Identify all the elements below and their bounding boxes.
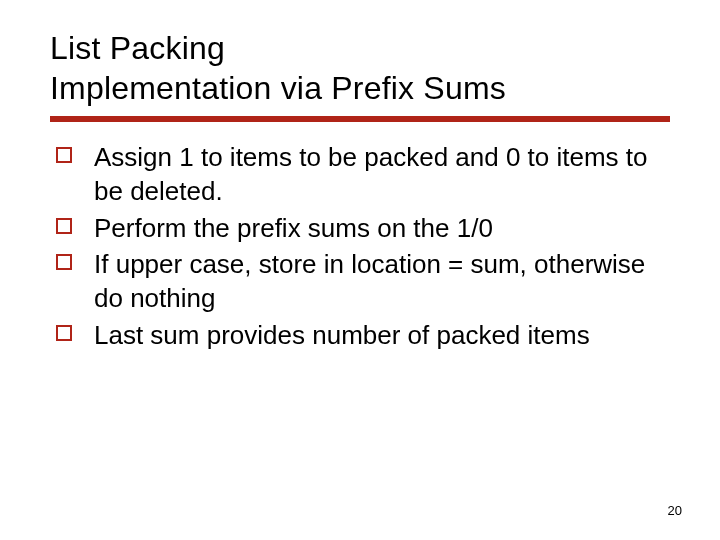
page-number: 20 (668, 503, 682, 518)
square-bullet-icon (56, 218, 72, 234)
bullet-item: Last sum provides number of packed items (56, 318, 670, 352)
bullet-item: Assign 1 to items to be packed and 0 to … (56, 140, 670, 209)
bullet-item: If upper case, store in location = sum, … (56, 247, 670, 316)
title-line-2: Implementation via Prefix Sums (50, 70, 506, 106)
bullet-text: If upper case, store in location = sum, … (94, 249, 645, 313)
bullet-list: Assign 1 to items to be packed and 0 to … (56, 140, 670, 352)
square-bullet-icon (56, 254, 72, 270)
title-line-1: List Packing (50, 30, 225, 66)
square-bullet-icon (56, 147, 72, 163)
bullet-item: Perform the prefix sums on the 1/0 (56, 211, 670, 245)
bullet-text: Assign 1 to items to be packed and 0 to … (94, 142, 648, 206)
slide: List Packing Implementation via Prefix S… (0, 0, 720, 540)
title-underline (50, 116, 670, 122)
square-bullet-icon (56, 325, 72, 341)
bullet-text: Perform the prefix sums on the 1/0 (94, 213, 493, 243)
bullet-text: Last sum provides number of packed items (94, 320, 590, 350)
slide-title: List Packing Implementation via Prefix S… (50, 28, 670, 108)
